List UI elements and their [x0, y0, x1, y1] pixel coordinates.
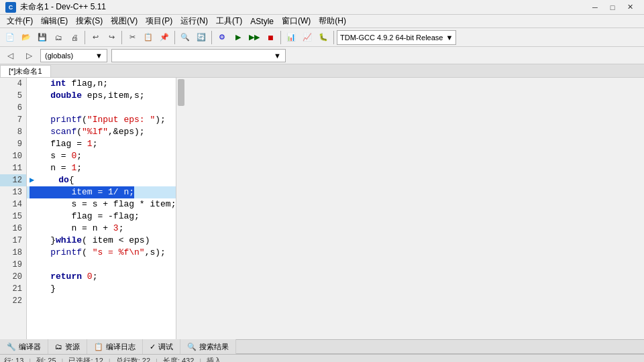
code-span: flag,n;: [66, 78, 108, 90]
code-span: [30, 150, 50, 162]
back-button[interactable]: ◁: [3, 49, 17, 62]
sep3: [174, 31, 175, 44]
code-line-11: n = 1;: [27, 162, 176, 174]
btab-debug[interactable]: ✓ 调试: [143, 339, 180, 354]
line-number-12: 12: [0, 174, 26, 186]
window-controls[interactable]: ─ □ ✕: [586, 0, 639, 15]
compile-run-button[interactable]: ▶▶: [247, 30, 262, 45]
scope-dropdown[interactable]: (globals) ▼: [40, 49, 107, 62]
redo-button[interactable]: ↪: [104, 30, 119, 45]
number-span: 0: [71, 150, 76, 162]
code-line-4: int flag,n;: [27, 78, 176, 90]
code-line-16: n = n + 3;: [27, 223, 176, 235]
code-line-20: return 0;: [27, 271, 176, 283]
code-span: [30, 223, 71, 235]
search-tab-icon: 🔍: [187, 343, 197, 351]
code-span: [30, 114, 50, 126]
toolbar-secondary: ◁ ▷ (globals) ▼ ▼: [0, 47, 644, 64]
line-number-4: 4: [0, 78, 26, 90]
location-dropdown[interactable]: ▼: [111, 49, 286, 62]
code-span: ;: [119, 223, 124, 235]
code-span: [30, 247, 50, 259]
function-span: printf: [50, 114, 82, 126]
paste-button[interactable]: 📌: [157, 30, 172, 45]
code-span: {: [69, 174, 74, 186]
code-line-13: item = 1/ n;: [27, 186, 176, 198]
code-span: [30, 138, 50, 150]
menu-edit[interactable]: 编辑(E): [37, 15, 72, 27]
status-bar: 行: 13 | 列: 25 | 已选择: 12 | 总行数: 22 | 长度: …: [0, 354, 644, 362]
menu-help[interactable]: 帮助(H): [315, 15, 350, 27]
code-line-18: printf( "s = %f\n",s);: [27, 247, 176, 259]
line-number-20: 20: [0, 271, 26, 283]
string-span: "Input eps: ": [87, 114, 155, 126]
compile-button[interactable]: ⚙: [215, 30, 229, 45]
line-number-7: 7: [0, 114, 26, 126]
sep6: [333, 31, 334, 44]
function-span: printf: [50, 247, 82, 259]
sep1: [85, 31, 85, 44]
code-content[interactable]: int flag,n; double eps,item,s; printf("I…: [27, 78, 176, 339]
menu-window[interactable]: 窗口(W): [278, 15, 315, 27]
menu-bar: 文件(F) 编辑(E) 搜索(S) 视图(V) 项目(P) 运行(N) 工具(T…: [0, 15, 644, 28]
menu-search[interactable]: 搜索(S): [72, 15, 107, 27]
code-span: [38, 174, 58, 186]
compiler-dropdown[interactable]: TDM-GCC 4.9.2 64-bit Release ▼: [337, 30, 456, 45]
maximize-button[interactable]: □: [604, 0, 621, 15]
replace-button[interactable]: 🔄: [194, 30, 209, 45]
menu-view[interactable]: 视图(V): [107, 15, 142, 27]
cut-button[interactable]: ✂: [125, 30, 140, 45]
keyword-span: return: [50, 271, 82, 283]
code-span: n =: [50, 162, 71, 174]
save-button[interactable]: 💾: [35, 30, 50, 45]
code-span: }: [50, 235, 56, 247]
code-span: [30, 235, 50, 247]
number-span: 1: [71, 162, 76, 174]
function-span: scanf: [50, 126, 76, 138]
undo-button[interactable]: ↩: [88, 30, 103, 45]
minimize-button[interactable]: ─: [586, 0, 604, 15]
copy-button[interactable]: 📋: [141, 30, 156, 45]
code-span: [30, 90, 50, 102]
editor-tab-main[interactable]: [*]未命名1: [0, 65, 51, 77]
menu-tools[interactable]: 工具(T): [212, 15, 246, 27]
print-button[interactable]: 🖨: [67, 30, 82, 45]
line-number-19: 19: [0, 259, 26, 271]
btab-resources[interactable]: 🗂 资源: [48, 339, 87, 354]
status-row: 行: 13: [4, 356, 23, 362]
chart2-button[interactable]: 📈: [300, 30, 315, 45]
chart1-button[interactable]: 📊: [284, 30, 299, 45]
btab-compiler[interactable]: 🔧 编译器: [0, 339, 48, 354]
line-number-8: 8: [0, 126, 26, 138]
close-button[interactable]: ✕: [621, 0, 639, 15]
run-button[interactable]: ▶: [231, 30, 246, 45]
scrollbar-thumb[interactable]: [178, 79, 184, 106]
line-number-21: 21: [0, 283, 26, 295]
code-span: [30, 271, 50, 283]
btab-compile-log[interactable]: 📋 编译日志: [87, 339, 143, 354]
code-span: [30, 210, 71, 223]
menu-run[interactable]: 运行(N): [176, 15, 212, 27]
code-span: ;: [93, 271, 98, 283]
debug-button[interactable]: 🐛: [316, 30, 331, 45]
save-all-button[interactable]: 🗂: [51, 30, 66, 45]
code-span: [30, 198, 71, 210]
open-button[interactable]: 📂: [19, 30, 34, 45]
code-span: ,&eps);: [108, 126, 145, 138]
btab-search[interactable]: 🔍 搜索结果: [180, 339, 236, 354]
forward-button[interactable]: ▷: [21, 49, 36, 62]
code-span: flag =: [50, 138, 87, 150]
editor-area[interactable]: 45678910111213141516171819202122 int fla…: [0, 78, 185, 339]
code-span: flag = -flag;: [71, 210, 139, 223]
menu-project[interactable]: 项目(P): [142, 15, 176, 27]
line-number-16: 16: [0, 223, 26, 235]
code-span: ,s);: [145, 247, 166, 259]
stop-button[interactable]: ⏹: [263, 30, 278, 45]
new-button[interactable]: 📄: [3, 30, 17, 45]
scrollbar-vertical[interactable]: [176, 78, 185, 339]
code-line-5: double eps,item,s;: [27, 90, 176, 102]
status-length: 长度: 432: [163, 356, 194, 362]
menu-file[interactable]: 文件(F): [3, 15, 37, 27]
find-button[interactable]: 🔍: [178, 30, 193, 45]
menu-astyle[interactable]: AStyle: [246, 16, 278, 27]
